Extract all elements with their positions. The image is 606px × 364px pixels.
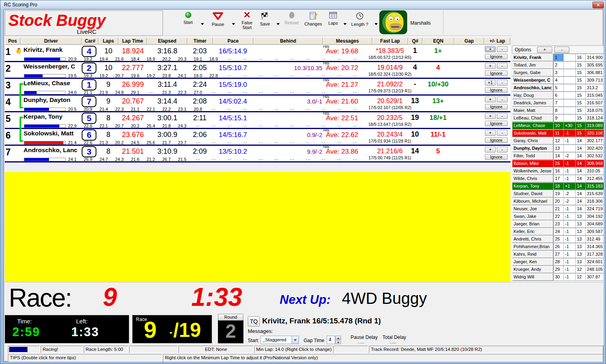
- length-button[interactable]: Length ?: [348, 12, 371, 27]
- qualifier-name-button[interactable]: Kilbourn, Michael: [512, 198, 553, 205]
- gap-time-down-icon[interactable]: [335, 340, 341, 344]
- column-header--lap[interactable]: +/- Lap: [484, 37, 510, 45]
- qualifier-name-button[interactable]: Jaeger, Brian: [512, 220, 553, 228]
- qualifier-name-button[interactable]: Weissenberger, C: [512, 76, 553, 84]
- column-header-timer[interactable]: Timer: [187, 37, 213, 45]
- lap-split: 18.4: [127, 57, 143, 61]
- qualifier-name-button[interactable]: LeBeau, Chad: [512, 114, 553, 122]
- column-header-laps[interactable]: Laps: [98, 37, 118, 45]
- round-button[interactable]: Round: [218, 314, 243, 321]
- add-lap-button[interactable]: +: [485, 96, 496, 102]
- driver-row: 4 Dunphy, Dayton 7 9 20.767 3:14.4 2:08 …: [5, 96, 510, 112]
- subtract-lap-button[interactable]: -: [497, 130, 508, 136]
- gap-time-up-icon[interactable]: [335, 336, 341, 340]
- tq-button[interactable]: TQ: [248, 316, 260, 327]
- column-header-gap[interactable]: Gap: [454, 37, 484, 45]
- qualifier-name-button[interactable]: Neuser, Joe: [512, 205, 553, 213]
- qualifier-name-button[interactable]: Krivitz, Frank: [512, 54, 553, 61]
- qualifier-name-button[interactable]: Filter, Todd: [512, 152, 553, 160]
- pause-button[interactable]: Pause: [208, 12, 228, 27]
- start-mode-select[interactable]: _Staggered: [261, 336, 299, 344]
- false-start-button[interactable]: False Start: [237, 11, 257, 30]
- qualifier-name-button[interactable]: Swan, Jake: [512, 213, 553, 220]
- close-button[interactable]: ✕: [592, 2, 604, 8]
- qualifier-name-button[interactable]: Sokolowski, Matt: [512, 129, 553, 137]
- options-minus-button[interactable]: -: [554, 47, 569, 53]
- homer-avatar-image[interactable]: [379, 10, 407, 34]
- qualifier-name-button[interactable]: Jaeger, Ken: [512, 258, 553, 266]
- title-bar[interactable]: RC Scoring Pro ✕: [0, 0, 606, 9]
- qualifier-name-button[interactable]: LeMieux, Chase: [512, 122, 553, 129]
- column-header-q-[interactable]: Q#: [408, 37, 422, 45]
- qualifier-name-button[interactable]: Studner, David: [512, 190, 553, 198]
- qualifier-name-button[interactable]: Maier, Matt: [512, 107, 553, 114]
- add-lap-button[interactable]: +1: [485, 80, 496, 86]
- driver-name[interactable]: Sokolowski, Matt: [24, 130, 84, 137]
- qualifier-name-button[interactable]: Deadrick, James: [512, 99, 553, 107]
- subtract-lap-button[interactable]: -: [497, 46, 508, 52]
- add-lap-button[interactable]: +: [485, 113, 496, 119]
- subtract-lap-button[interactable]: -: [497, 147, 508, 153]
- driver-name[interactable]: LeMieux, Chase: [24, 80, 84, 87]
- save-dropdown-arrow-icon[interactable]: [277, 23, 280, 25]
- qualifier-name-button[interactable]: Keller, Eric: [512, 228, 553, 235]
- column-header-fast-lap[interactable]: Fast Lap: [372, 37, 408, 45]
- qualifier-name-button[interactable]: Widrig Will: [512, 273, 553, 281]
- driver-name[interactable]: Dunphy, Dayton: [24, 96, 84, 104]
- start-button[interactable]: Start: [179, 12, 197, 25]
- qualifier-name-button[interactable]: Hay, Doug: [512, 92, 553, 99]
- qualifier-name-button[interactable]: Androschko, Lanc: [512, 84, 553, 92]
- combo-arrow-icon[interactable]: [292, 336, 298, 344]
- start-dropdown-arrow-icon[interactable]: [201, 23, 204, 25]
- length-dropdown-arrow-icon[interactable]: [375, 23, 378, 25]
- column-header-pace[interactable]: Pace: [213, 37, 253, 45]
- gap-time-input[interactable]: 4: [327, 336, 335, 344]
- column-header-elapsed[interactable]: Elapsed: [147, 37, 187, 45]
- subtract-lap-button[interactable]: -: [497, 63, 508, 69]
- tips-title[interactable]: TIPS (Double click for more tips): [8, 354, 162, 362]
- add-lap-button[interactable]: +: [485, 63, 496, 69]
- qualifier-name-button[interactable]: Kahrs, Reid: [512, 250, 553, 258]
- column-header-lap-time[interactable]: Lap Time: [118, 37, 147, 45]
- save-button[interactable]: Save: [257, 12, 273, 26]
- column-header-driver[interactable]: Driver: [20, 37, 82, 45]
- driver-name[interactable]: Kerpan, Tony: [24, 113, 84, 120]
- qualifier-name-button[interactable]: Pohlhammer,Brian: [512, 243, 553, 250]
- race-dropdown-arrow-icon[interactable]: [169, 332, 173, 334]
- qualifier-rank: 20: [553, 198, 564, 205]
- subtract-lap-button[interactable]: -: [497, 96, 508, 102]
- subtract-lap-button[interactable]: -: [497, 80, 508, 86]
- qualifier-name-button[interactable]: Wilde, Chris: [512, 175, 553, 182]
- qualifier-name-button[interactable]: Kerpan, Tony: [512, 182, 553, 190]
- column-header-eqn[interactable]: EQN: [422, 37, 454, 45]
- total-delay-value: -.---: [390, 341, 396, 345]
- column-header-car-[interactable]: Car#: [82, 37, 98, 45]
- qualifier-rank: 1: [553, 54, 564, 61]
- qualifier-name-button[interactable]: Batson, Mike: [512, 160, 553, 167]
- column-header-messages[interactable]: Messages: [323, 37, 372, 45]
- qualifier-name-button[interactable]: Tollard, Jim: [512, 61, 553, 69]
- add-lap-button[interactable]: +: [485, 130, 496, 136]
- driver-name[interactable]: Weissenberger, C: [24, 63, 84, 70]
- qualifier-name-button[interactable]: Andretti, Chris: [512, 235, 553, 243]
- qualifier-laps: 14: [575, 167, 586, 175]
- qualifier-name-button[interactable]: Krueger, Andy: [512, 266, 553, 273]
- status-min-lap[interactable]: Min Lap: 14.0 (Right Click to change): [254, 346, 332, 353]
- add-lap-button[interactable]: +: [485, 46, 496, 52]
- column-header-behind[interactable]: Behind: [253, 37, 323, 45]
- false-start-x-icon: [243, 11, 251, 18]
- driver-name[interactable]: Androschko, Lanc: [24, 147, 84, 154]
- laps-dropdown-arrow-icon[interactable]: [343, 23, 347, 25]
- add-lap-button[interactable]: +: [485, 147, 496, 153]
- subtract-lap-button[interactable]: -: [497, 113, 508, 119]
- laps-button[interactable]: Laps: [325, 12, 341, 25]
- qualifier-name-button[interactable]: Wolkenheim, Jesse: [512, 167, 553, 175]
- options-plus-button[interactable]: +: [537, 47, 552, 53]
- changes-button[interactable]: Changes: [302, 12, 324, 26]
- driver-name[interactable]: Krivitz, Frank: [24, 46, 84, 53]
- pause-dropdown-arrow-icon[interactable]: [232, 23, 235, 25]
- qualifier-name-button[interactable]: Dunphy, Dayton: [512, 145, 553, 152]
- column-header-pos[interactable]: Pos: [5, 37, 20, 45]
- qualifier-name-button[interactable]: Garay, Chris: [512, 137, 553, 145]
- qualifier-name-button[interactable]: Surges, Gabe: [512, 69, 553, 76]
